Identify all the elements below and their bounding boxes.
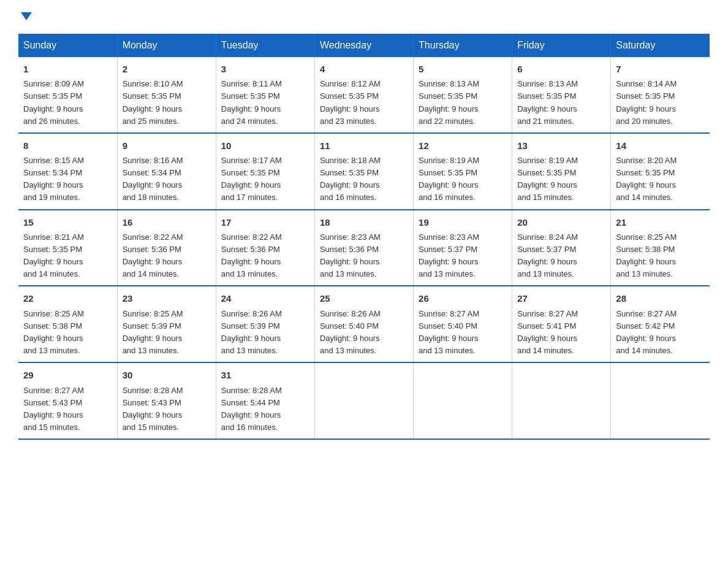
day-number: 22 (23, 291, 112, 305)
day-info: Sunrise: 8:22 AMSunset: 5:36 PMDaylight:… (123, 232, 183, 278)
day-number: 7 (616, 62, 705, 76)
day-info: Sunrise: 8:19 AMSunset: 5:35 PMDaylight:… (517, 156, 578, 202)
day-number: 13 (517, 139, 605, 153)
day-info: Sunrise: 8:26 AMSunset: 5:39 PMDaylight:… (221, 309, 282, 355)
day-info: Sunrise: 8:18 AMSunset: 5:35 PMDaylight:… (320, 156, 381, 202)
day-number: 16 (123, 215, 211, 229)
calendar-cell: 9Sunrise: 8:16 AMSunset: 5:34 PMDaylight… (117, 133, 216, 210)
day-info: Sunrise: 8:28 AMSunset: 5:43 PMDaylight:… (123, 386, 183, 432)
day-info: Sunrise: 8:25 AMSunset: 5:38 PMDaylight:… (23, 309, 84, 355)
day-number: 27 (517, 291, 605, 305)
logo (18, 12, 32, 21)
day-info: Sunrise: 8:13 AMSunset: 5:35 PMDaylight:… (517, 79, 578, 125)
day-info: Sunrise: 8:20 AMSunset: 5:35 PMDaylight:… (616, 156, 677, 202)
calendar-cell: 21Sunrise: 8:25 AMSunset: 5:38 PMDayligh… (611, 210, 710, 286)
day-number: 19 (419, 215, 507, 229)
day-info: Sunrise: 8:27 AMSunset: 5:40 PMDaylight:… (419, 309, 479, 355)
day-number: 4 (320, 62, 408, 76)
calendar-cell: 6Sunrise: 8:13 AMSunset: 5:35 PMDaylight… (512, 57, 611, 133)
day-number: 2 (123, 62, 211, 76)
calendar-cell: 7Sunrise: 8:14 AMSunset: 5:35 PMDaylight… (611, 57, 710, 133)
day-number: 25 (320, 291, 408, 305)
calendar-cell: 27Sunrise: 8:27 AMSunset: 5:41 PMDayligh… (512, 286, 611, 362)
day-number: 15 (23, 215, 112, 229)
week-row-2: 8Sunrise: 8:15 AMSunset: 5:34 PMDaylight… (18, 133, 710, 210)
day-info: Sunrise: 8:22 AMSunset: 5:36 PMDaylight:… (221, 232, 282, 278)
day-info: Sunrise: 8:25 AMSunset: 5:38 PMDaylight:… (616, 232, 677, 278)
day-info: Sunrise: 8:09 AMSunset: 5:35 PMDaylight:… (23, 79, 84, 125)
header-thursday: Thursday (414, 34, 512, 57)
day-info: Sunrise: 8:19 AMSunset: 5:35 PMDaylight:… (419, 156, 479, 202)
week-row-1: 1Sunrise: 8:09 AMSunset: 5:35 PMDaylight… (18, 57, 710, 133)
day-number: 17 (221, 215, 309, 229)
calendar-cell: 28Sunrise: 8:27 AMSunset: 5:42 PMDayligh… (611, 286, 710, 362)
day-info: Sunrise: 8:28 AMSunset: 5:44 PMDaylight:… (221, 386, 282, 432)
header-wednesday: Wednesday (314, 34, 413, 57)
day-info: Sunrise: 8:12 AMSunset: 5:35 PMDaylight:… (320, 79, 381, 125)
day-number: 23 (123, 291, 211, 305)
day-number: 18 (320, 215, 408, 229)
calendar-cell: 20Sunrise: 8:24 AMSunset: 5:37 PMDayligh… (512, 210, 611, 286)
calendar-cell: 5Sunrise: 8:13 AMSunset: 5:35 PMDaylight… (414, 57, 512, 133)
calendar-cell: 26Sunrise: 8:27 AMSunset: 5:40 PMDayligh… (414, 286, 512, 362)
day-number: 31 (221, 368, 309, 382)
day-info: Sunrise: 8:27 AMSunset: 5:41 PMDaylight:… (517, 309, 578, 355)
day-number: 21 (616, 215, 705, 229)
day-info: Sunrise: 8:26 AMSunset: 5:40 PMDaylight:… (320, 309, 381, 355)
day-info: Sunrise: 8:24 AMSunset: 5:37 PMDaylight:… (517, 232, 578, 278)
calendar-cell: 30Sunrise: 8:28 AMSunset: 5:43 PMDayligh… (117, 362, 216, 439)
calendar-cell: 14Sunrise: 8:20 AMSunset: 5:35 PMDayligh… (611, 133, 710, 210)
day-number: 9 (123, 139, 211, 153)
calendar-cell (611, 362, 710, 439)
calendar-cell: 29Sunrise: 8:27 AMSunset: 5:43 PMDayligh… (18, 362, 117, 439)
calendar-cell (314, 362, 413, 439)
day-info: Sunrise: 8:27 AMSunset: 5:43 PMDaylight:… (23, 386, 84, 432)
day-info: Sunrise: 8:23 AMSunset: 5:37 PMDaylight:… (419, 232, 479, 278)
calendar-cell: 25Sunrise: 8:26 AMSunset: 5:40 PMDayligh… (314, 286, 413, 362)
calendar-cell: 1Sunrise: 8:09 AMSunset: 5:35 PMDaylight… (18, 57, 117, 133)
calendar-table: SundayMondayTuesdayWednesdayThursdayFrid… (18, 34, 710, 440)
day-info: Sunrise: 8:23 AMSunset: 5:36 PMDaylight:… (320, 232, 381, 278)
day-info: Sunrise: 8:21 AMSunset: 5:35 PMDaylight:… (23, 232, 84, 278)
week-row-4: 22Sunrise: 8:25 AMSunset: 5:38 PMDayligh… (18, 286, 710, 362)
day-info: Sunrise: 8:16 AMSunset: 5:34 PMDaylight:… (123, 156, 183, 202)
day-number: 3 (221, 62, 309, 76)
calendar-cell: 10Sunrise: 8:17 AMSunset: 5:35 PMDayligh… (216, 133, 314, 210)
day-number: 14 (616, 139, 705, 153)
day-number: 10 (221, 139, 309, 153)
day-info: Sunrise: 8:27 AMSunset: 5:42 PMDaylight:… (616, 309, 677, 355)
calendar-cell: 3Sunrise: 8:11 AMSunset: 5:35 PMDaylight… (216, 57, 314, 133)
calendar-cell: 18Sunrise: 8:23 AMSunset: 5:36 PMDayligh… (314, 210, 413, 286)
day-number: 29 (23, 368, 112, 382)
calendar-header-row: SundayMondayTuesdayWednesdayThursdayFrid… (18, 34, 710, 57)
calendar-cell (512, 362, 611, 439)
header-tuesday: Tuesday (216, 34, 314, 57)
calendar-cell: 8Sunrise: 8:15 AMSunset: 5:34 PMDaylight… (18, 133, 117, 210)
week-row-3: 15Sunrise: 8:21 AMSunset: 5:35 PMDayligh… (18, 210, 710, 286)
day-info: Sunrise: 8:10 AMSunset: 5:35 PMDaylight:… (123, 79, 183, 125)
day-number: 12 (419, 139, 507, 153)
calendar-cell: 22Sunrise: 8:25 AMSunset: 5:38 PMDayligh… (18, 286, 117, 362)
day-number: 20 (517, 215, 605, 229)
day-number: 5 (419, 62, 507, 76)
calendar-cell: 15Sunrise: 8:21 AMSunset: 5:35 PMDayligh… (18, 210, 117, 286)
header-friday: Friday (512, 34, 611, 57)
day-number: 30 (123, 368, 211, 382)
day-info: Sunrise: 8:14 AMSunset: 5:35 PMDaylight:… (616, 79, 677, 125)
calendar-cell: 31Sunrise: 8:28 AMSunset: 5:44 PMDayligh… (216, 362, 314, 439)
calendar-cell: 19Sunrise: 8:23 AMSunset: 5:37 PMDayligh… (414, 210, 512, 286)
calendar-cell: 4Sunrise: 8:12 AMSunset: 5:35 PMDaylight… (314, 57, 413, 133)
calendar-cell: 17Sunrise: 8:22 AMSunset: 5:36 PMDayligh… (216, 210, 314, 286)
week-row-5: 29Sunrise: 8:27 AMSunset: 5:43 PMDayligh… (18, 362, 710, 439)
day-number: 26 (419, 291, 507, 305)
calendar-cell: 11Sunrise: 8:18 AMSunset: 5:35 PMDayligh… (314, 133, 413, 210)
calendar-cell: 12Sunrise: 8:19 AMSunset: 5:35 PMDayligh… (414, 133, 512, 210)
day-info: Sunrise: 8:11 AMSunset: 5:35 PMDaylight:… (221, 79, 282, 125)
day-info: Sunrise: 8:13 AMSunset: 5:35 PMDaylight:… (419, 79, 479, 125)
header-sunday: Sunday (18, 34, 117, 57)
header-monday: Monday (117, 34, 216, 57)
day-number: 24 (221, 291, 309, 305)
calendar-cell: 24Sunrise: 8:26 AMSunset: 5:39 PMDayligh… (216, 286, 314, 362)
header-saturday: Saturday (611, 34, 710, 57)
calendar-cell: 23Sunrise: 8:25 AMSunset: 5:39 PMDayligh… (117, 286, 216, 362)
